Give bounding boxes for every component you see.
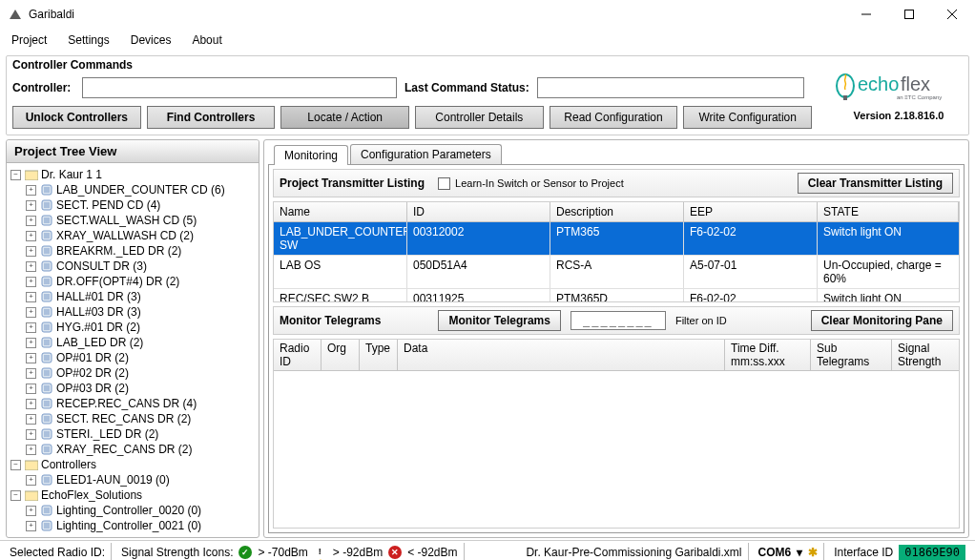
refresh-icon[interactable]: ✱ — [808, 546, 818, 559]
tree-item[interactable]: +RECEP.REC_CANS DR (4) — [9, 396, 257, 411]
write-configuration-button[interactable]: Write Configuration — [683, 106, 812, 129]
tree-item[interactable]: +LAB_UNDER_COUNTER CD (6) — [9, 182, 257, 197]
menu-about[interactable]: About — [192, 33, 221, 47]
tree-expander[interactable]: + — [26, 307, 36, 318]
th-id[interactable]: ID — [407, 202, 550, 222]
find-controllers-button[interactable]: Find Controllers — [147, 106, 276, 129]
filter-id-input[interactable]: ________ — [570, 311, 666, 330]
tab-monitoring[interactable]: Monitoring — [274, 145, 348, 165]
table-row[interactable]: LAB OS050D51A4RCS-AA5-07-01Un-Occupied, … — [274, 256, 959, 289]
tree-item[interactable]: +SECT.WALL_WASH CD (5) — [9, 213, 257, 228]
tree-item[interactable]: +HALL#03 DR (3) — [9, 304, 257, 320]
clear-transmitter-listing-button[interactable]: Clear Transmitter Listing — [798, 173, 953, 194]
tree-item[interactable]: +HALL#01 DR (3) — [9, 289, 257, 304]
tree-echoflex[interactable]: −EchoFlex_Solutions — [9, 487, 257, 503]
tree-item[interactable]: +CONSULT DR (3) — [9, 259, 257, 274]
tree-expander[interactable]: + — [26, 231, 36, 241]
tree-expander[interactable]: + — [26, 429, 36, 440]
table-row[interactable]: LAB_UNDER_COUNTER SW00312002PTM365F6-02-… — [274, 222, 959, 256]
tree-item[interactable]: +OP#03 DR (2) — [9, 381, 257, 396]
tree-expander[interactable]: + — [26, 338, 36, 348]
tab-configuration-parameters[interactable]: Configuration Parameters — [350, 144, 502, 164]
tree-expander[interactable]: + — [26, 368, 36, 379]
last-command-status-label: Last Command Status: — [405, 81, 529, 94]
node-icon — [39, 182, 54, 197]
node-icon — [39, 442, 54, 457]
th-description[interactable]: Description — [550, 202, 684, 222]
tree-expander[interactable]: + — [26, 414, 36, 425]
tree-item[interactable]: +LAB_LED DR (2) — [9, 335, 257, 350]
window-titlebar: Garibaldi — [0, 0, 975, 29]
table-row[interactable]: REC/SEC SW2 B PADDLE00311925PTM365DF6-02… — [274, 289, 959, 301]
tree-expander[interactable]: + — [26, 200, 36, 211]
tree-root[interactable]: −Dr. Kaur 1 1 — [9, 167, 257, 182]
tree-item[interactable]: +SECT. REC_CANS DR (2) — [9, 411, 257, 426]
svg-rect-88 — [25, 491, 38, 501]
signal-strength-icons-label: Signal Strength Icons: — [121, 546, 233, 559]
tree-expander[interactable]: − — [10, 460, 21, 470]
controller-input[interactable] — [82, 77, 397, 98]
controller-details-button[interactable]: Controller Details — [415, 106, 544, 129]
project-tree[interactable]: −Dr. Kaur 1 1+LAB_UNDER_COUNTER CD (6)+S… — [7, 163, 259, 537]
monitor-telegrams-button[interactable]: Monitor Telegrams — [438, 310, 560, 331]
th-eep[interactable]: EEP — [684, 202, 818, 222]
menu-project[interactable]: Project — [11, 33, 47, 47]
tree-item[interactable]: +OP#02 DR (2) — [9, 365, 257, 381]
tree-item[interactable]: +HYG.#01 DR (2) — [9, 320, 257, 335]
tree-controllers[interactable]: −Controllers — [9, 457, 257, 472]
tree-expander[interactable]: + — [26, 521, 36, 531]
tree-expander[interactable]: + — [26, 445, 36, 455]
clear-monitoring-pane-button[interactable]: Clear Monitoring Pane — [811, 310, 953, 331]
tree-expander[interactable]: − — [10, 490, 21, 501]
th-state[interactable]: STATE — [818, 202, 959, 222]
th-signal-strength[interactable]: Signal Strength — [892, 340, 959, 371]
tree-expander[interactable]: − — [10, 170, 21, 180]
tree-expander[interactable]: + — [26, 216, 36, 226]
tree-expander[interactable]: + — [26, 322, 36, 333]
th-type[interactable]: Type — [360, 340, 398, 371]
th-org[interactable]: Org — [322, 340, 360, 371]
window-title: Garibaldi — [29, 8, 844, 21]
telegram-table-body[interactable] — [274, 371, 959, 528]
controller-commands-section: Controller Commands Controller: Last Com… — [6, 55, 969, 135]
menu-settings[interactable]: Settings — [68, 33, 109, 47]
tree-expander[interactable]: + — [26, 384, 36, 394]
read-configuration-button[interactable]: Read Configuration — [550, 106, 678, 129]
com-dropdown-icon[interactable]: ▾ — [797, 546, 802, 559]
tree-expander[interactable]: + — [26, 246, 36, 257]
tree-item[interactable]: +XRAY_WALLWASH CD (2) — [9, 228, 257, 243]
th-sub-telegrams[interactable]: Sub Telegrams — [811, 340, 892, 371]
tree-expander[interactable]: + — [26, 185, 36, 196]
maximize-button[interactable] — [887, 0, 930, 29]
tree-expander[interactable]: + — [26, 277, 36, 287]
th-name[interactable]: Name — [274, 202, 407, 222]
th-data[interactable]: Data — [398, 340, 725, 371]
menu-devices[interactable]: Devices — [131, 33, 172, 47]
close-button[interactable] — [930, 0, 973, 29]
th-radio-id[interactable]: Radio ID — [274, 340, 322, 371]
tree-expander[interactable]: + — [26, 292, 36, 302]
last-command-status-field — [537, 77, 804, 98]
tree-item[interactable]: +STERI._LED DR (2) — [9, 426, 257, 442]
tree-item[interactable]: +Lighting_Controller_0021 (0) — [9, 518, 257, 533]
tree-item[interactable]: +Lighting_Controller_0020 (0) — [9, 503, 257, 518]
learn-in-checkbox[interactable] — [438, 177, 450, 190]
transmitter-table-body[interactable]: LAB_UNDER_COUNTER SW00312002PTM365F6-02-… — [274, 222, 959, 301]
tree-item[interactable]: +SECT. PEND CD (4) — [9, 197, 257, 213]
tree-item[interactable]: +XRAY_REC_CANS DR (2) — [9, 442, 257, 457]
tree-item[interactable]: +DR.OFF(OPT#4) DR (2) — [9, 274, 257, 289]
tree-expander[interactable]: + — [26, 353, 36, 363]
tree-item[interactable]: +BREAKRM._LED DR (2) — [9, 243, 257, 259]
th-time-diff[interactable]: Time Diff. mm:ss.xxx — [725, 340, 811, 371]
tree-expander[interactable]: + — [26, 506, 36, 516]
locate-action-button[interactable]: Locate / Action — [280, 106, 409, 129]
unlock-controllers-button[interactable]: Unlock Controllers — [12, 106, 141, 129]
node-icon — [39, 213, 54, 228]
tree-item[interactable]: +ELED1-AUN_0019 (0) — [9, 472, 257, 487]
tree-expander[interactable]: + — [26, 475, 36, 486]
minimize-button[interactable] — [844, 0, 887, 29]
tree-item[interactable]: +OP#01 DR (2) — [9, 350, 257, 365]
tree-expander[interactable]: + — [26, 261, 36, 272]
node-icon — [39, 259, 54, 274]
tree-expander[interactable]: + — [26, 399, 36, 409]
